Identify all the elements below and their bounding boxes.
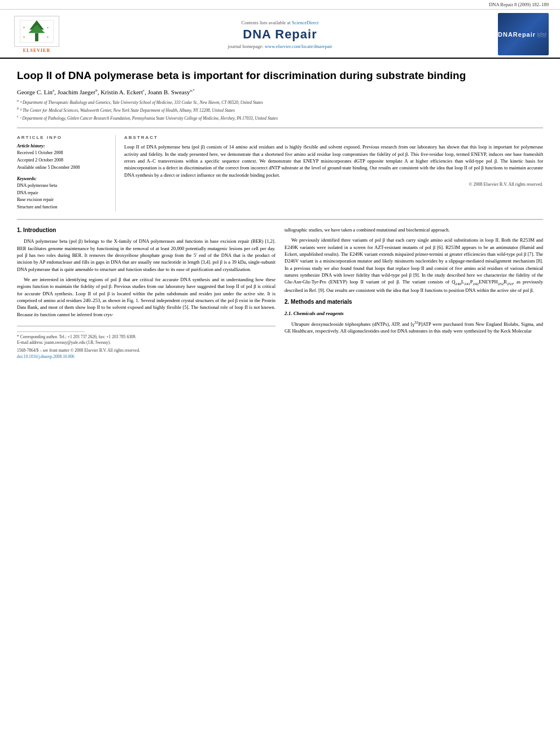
svg-text:✦: ✦ <box>46 36 49 39</box>
history-label: Article history: <box>17 143 110 148</box>
homepage-prefix: journal homepage: <box>228 43 264 49</box>
abstract-title: ABSTRACT <box>124 135 543 140</box>
footnote-area: * Corresponding author. Tel.: +1 203 737… <box>17 326 275 360</box>
info-abstract-row: ARTICLE INFO Article history: Received 1… <box>17 135 543 211</box>
svg-rect-1 <box>35 33 38 41</box>
homepage-link[interactable]: www.elsevier.com/locate/dnarepair <box>265 43 333 49</box>
authors-line: George C. Lina, Joachim Jaegerb, Kristin… <box>17 88 543 95</box>
intro-col2-p2: We previously identified three variants … <box>285 237 543 294</box>
journal-header: ✦ ✦ ✦ ✦ ELSEVIER Contents lists availabl… <box>0 10 560 59</box>
body-columns: 1. Introduction DNA polymerase beta (pol… <box>17 226 543 360</box>
keyword-4: Structure and function <box>17 204 110 211</box>
journal-title: DNA Repair <box>68 27 492 42</box>
keyword-3: Base excision repair <box>17 196 110 204</box>
intro-heading: 1. Introduction <box>17 226 275 235</box>
footnote-email: E-mail address: joann.sweasy@yale.edu (J… <box>17 340 275 346</box>
article-info-title: ARTICLE INFO <box>17 135 110 140</box>
copyright-line: © 2008 Elsevier B.V. All rights reserved… <box>124 182 543 187</box>
methods-para: Ultrapure deoxynucleoside triphosphates … <box>285 320 543 334</box>
intro-para-1: DNA polymerase beta (pol β) belongs to t… <box>17 238 275 273</box>
abstract-text: Loop II of DNA polymerase beta (pol β) c… <box>124 143 543 178</box>
article-title: Loop II of DNA polymerase beta is import… <box>17 69 543 82</box>
doi-line: doi:10.1016/j.dnarep.2008.10.006 <box>17 354 275 360</box>
article-dates: Received 1 October 2008 Accepted 2 Octob… <box>17 150 110 171</box>
article-content: Loop II of DNA polymerase beta is import… <box>0 59 560 372</box>
affiliation-a: a ᵃ Department of Therapeutic Radiology … <box>17 98 543 106</box>
svg-text:✦: ✦ <box>23 36 26 39</box>
svg-text:✦: ✦ <box>23 25 26 29</box>
elsevier-logo: ✦ ✦ ✦ ✦ ELSEVIER <box>11 16 62 53</box>
available-date: Available online 5 December 2008 <box>17 164 110 172</box>
keywords-label: Keywords: <box>17 176 110 181</box>
page: DNA Repair 8 (2009) 182–189 ✦ ✦ ✦ ✦ <box>0 0 560 747</box>
elsevier-logo-image: ✦ ✦ ✦ ✦ <box>14 16 59 47</box>
received-date: Received 1 October 2008 <box>17 150 110 157</box>
abstract-panel: ABSTRACT Loop II of DNA polymerase beta … <box>124 135 543 211</box>
footnote-star: * Corresponding author. Tel.: +1 203 737… <box>17 334 275 340</box>
intro-col2-p1: tallographic studies, we have taken a co… <box>285 226 543 233</box>
keyword-2: DNA repair <box>17 190 110 197</box>
methods-heading: 2. Methods and materials <box>285 298 543 307</box>
issn-line: 1568-7864/$ – see front matter © 2008 El… <box>17 348 275 354</box>
svg-text:✦: ✦ <box>46 25 49 29</box>
affiliation-c: c ᶜ Department of Pathology, Gittlen Can… <box>17 114 543 121</box>
body-col-left: 1. Introduction DNA polymerase beta (pol… <box>17 226 275 360</box>
citation-bar: DNA Repair 8 (2009) 182–189 <box>0 0 560 10</box>
accepted-date: Accepted 2 October 2008 <box>17 157 110 164</box>
body-divider <box>17 219 543 220</box>
sciencedirect-link[interactable]: ScienceDirect <box>292 20 319 25</box>
also-found-text: also found <box>331 265 352 271</box>
article-info-panel: ARTICLE INFO Article history: Received 1… <box>17 135 116 211</box>
dna-repair-logo-box: DNA Repair <box>498 13 549 55</box>
keyword-1: DNA polymerase beta <box>17 182 110 190</box>
journal-center: Contents lists available at ScienceDirec… <box>62 20 498 49</box>
journal-homepage: journal homepage: www.elsevier.com/locat… <box>68 43 492 49</box>
elsevier-brand-text: ELSEVIER <box>23 48 50 53</box>
footnote-divider <box>17 331 85 332</box>
intro-para-2: We are interested in identifying regions… <box>17 276 275 318</box>
affiliations-block: a ᵃ Department of Therapeutic Radiology … <box>17 98 543 128</box>
affiliation-b: b ᵇ The Center for Medical Sciences, Wad… <box>17 106 543 113</box>
methods-sub: 2.1. Chemicals and reagents <box>285 310 543 317</box>
contents-line: Contents lists available at ScienceDirec… <box>68 20 492 25</box>
contents-prefix: Contents lists available at <box>242 20 291 25</box>
keywords-list: DNA polymerase beta DNA repair Base exci… <box>17 182 110 211</box>
body-col-right: tallographic studies, we have taken a co… <box>285 226 543 360</box>
citation-text: DNA Repair 8 (2009) 182–189 <box>489 2 549 7</box>
